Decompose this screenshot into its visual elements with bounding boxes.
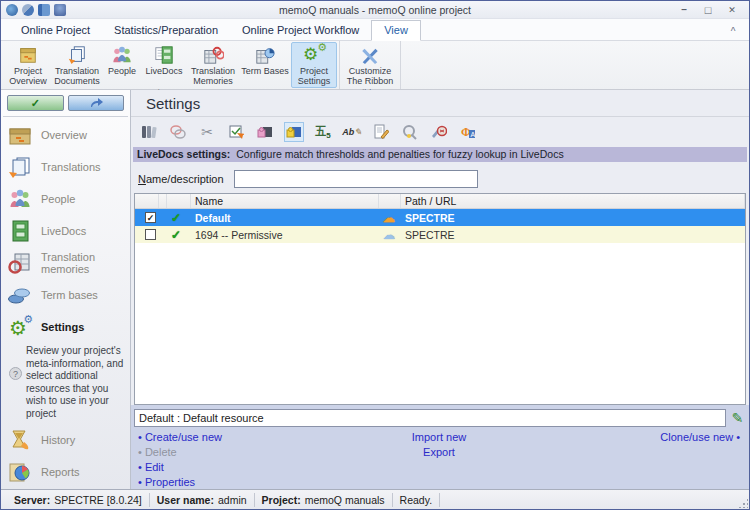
export-link[interactable]: Export (423, 446, 455, 458)
settings-tab-general[interactable] (139, 122, 159, 142)
svg-text:A: A (471, 131, 476, 138)
settings-tab-sign-off[interactable] (429, 122, 449, 142)
right-links: Clone/use new • (499, 431, 740, 488)
collapse-ribbon-button[interactable]: ^ (725, 26, 741, 37)
column-header-path[interactable]: Path / URL (401, 194, 745, 208)
curved-arrow-icon (89, 98, 103, 108)
row-checkbox[interactable] (145, 229, 156, 240)
term-bases-icon (5, 282, 35, 308)
selected-resource-field[interactable]: Default : Default resource (134, 409, 726, 427)
ribbon-term-bases[interactable]: Term Bases (239, 42, 291, 78)
quick-access-toolbar (1, 4, 121, 16)
settings-tab-communication[interactable] (168, 122, 188, 142)
left-links: • Create/use new • Delete • Edit • Prope… (138, 431, 379, 488)
settings-tab-font-substitution[interactable]: ΦA (458, 122, 478, 142)
sidebar-item-livedocs[interactable]: LiveDocs (1, 215, 130, 247)
sidebar-item-label: Settings (41, 321, 84, 333)
settings-tab-lqa[interactable] (400, 122, 420, 142)
checkmark-icon: ✓ (31, 97, 40, 110)
ribbon-item-label: Project Overview (9, 66, 47, 86)
reports-pie-icon (5, 459, 35, 485)
book-icon[interactable] (38, 4, 50, 16)
settings-tab-segmentation[interactable]: ✂ (197, 122, 217, 142)
settings-description-block: ? Review your project's meta-information… (1, 343, 130, 424)
status-ready: Ready. (393, 493, 441, 507)
settings-description: Review your project's meta-information, … (26, 345, 124, 420)
column-header-name[interactable]: Name (191, 194, 379, 208)
maximize-button[interactable] (697, 3, 719, 17)
tab-online-project[interactable]: Online Project (9, 21, 102, 40)
tab-view[interactable]: View (371, 20, 421, 41)
sidebar-item-translation-memories[interactable]: Translation memories (1, 247, 130, 279)
ribbon-translation-documents[interactable]: Translation Documents (51, 42, 103, 88)
ribbon-project-settings[interactable]: ⚙⚙ Project Settings (291, 42, 337, 88)
memoq-logo-icon[interactable] (6, 4, 18, 16)
checkbox-cursor-icon (228, 124, 244, 140)
banner-title: LiveDocs settings: (137, 148, 230, 160)
tab-statistics-preparation[interactable]: Statistics/Preparation (102, 21, 230, 40)
settings-tab-tm[interactable] (255, 122, 275, 142)
settings-tab-qa[interactable] (226, 122, 246, 142)
ribbon-project-overview[interactable]: Project Overview (5, 42, 51, 88)
resource-path: SPECTRE (401, 212, 745, 224)
main-pane: Settings ✂ 五5 Ab✎ ΦA LiveDocs settings: … (131, 90, 749, 489)
pink-puzzle-icon (257, 124, 273, 140)
properties-link[interactable]: • Properties (138, 476, 379, 488)
sidebar-item-translations[interactable]: Translations (1, 151, 130, 183)
number-format-icon: 五5 (315, 124, 330, 140)
row-checkbox[interactable] (145, 212, 156, 223)
sidebar-item-history[interactable]: History (1, 424, 130, 456)
settings-tab-export-path[interactable] (371, 122, 391, 142)
document-edit-icon (373, 124, 389, 140)
sidebar-item-reports[interactable]: Reports (1, 456, 130, 488)
page-title: Settings (131, 90, 749, 117)
ribbon-people[interactable]: People (103, 42, 141, 78)
sidebar-item-overview[interactable]: Overview (1, 119, 130, 151)
sidebar-item-people[interactable]: People (1, 183, 130, 215)
cloud-resource-icon: ☁ (383, 229, 395, 241)
table-header: Name Path / URL (135, 194, 745, 209)
table-row[interactable]: ✓ 1694 -- Permissive ☁ SPECTRE (135, 226, 745, 243)
server-icon[interactable] (54, 4, 66, 16)
ribbon-customize-the-ribbon[interactable]: Customize The Ribbon (342, 42, 398, 88)
ribbon-item-label: Project Settings (298, 66, 331, 86)
settings-tab-ignore-lists[interactable]: Ab✎ (342, 122, 362, 142)
close-button[interactable] (721, 3, 743, 17)
create-use-new-link[interactable]: • Create/use new (138, 431, 379, 443)
minimize-button[interactable] (673, 3, 695, 17)
tab-online-project-workflow[interactable]: Online Project Workflow (230, 21, 371, 40)
sidebar-item-settings[interactable]: ⚙⚙ Settings (1, 311, 130, 343)
settings-tab-livedocs[interactable] (284, 122, 304, 142)
translation-memories-icon (202, 44, 224, 66)
translations-documents-icon (5, 154, 35, 180)
resize-grip[interactable] (738, 498, 748, 508)
translation-memories-icon (5, 250, 35, 276)
speech-bubbles-icon (170, 124, 186, 140)
clone-use-new-link[interactable]: Clone/use new • (660, 431, 740, 443)
binders-icon (141, 124, 157, 140)
sidebar-item-label: Overview (41, 129, 87, 141)
table-row[interactable]: ✓ Default ☁ SPECTRE (135, 209, 745, 226)
edit-resource-icon[interactable]: ✎ (729, 410, 746, 427)
banner-text: Configure match thresholds and penalties… (236, 148, 563, 160)
ribbon-item-label: People (108, 66, 136, 76)
ribbon-livedocs[interactable]: LiveDocs (141, 42, 187, 78)
sidebar-item-label: People (41, 193, 75, 205)
sidebar-item-term-bases[interactable]: Term bases (1, 279, 130, 311)
pen-stamp-icon (431, 124, 447, 140)
name-description-input[interactable] (234, 170, 478, 188)
magnifier-icon (402, 124, 418, 140)
window-title: memoQ manuals - memoQ online project (121, 4, 629, 16)
revert-button[interactable] (68, 95, 125, 111)
import-new-link[interactable]: Import new (412, 431, 466, 443)
edit-link[interactable]: • Edit (138, 461, 379, 473)
settings-tab-auto-translation[interactable]: 五5 (313, 122, 333, 142)
resource-path: SPECTRE (401, 229, 745, 241)
cloud-resource-icon: ☁ (383, 212, 395, 224)
apply-button[interactable]: ✓ (7, 95, 64, 111)
livedocs-icon (153, 44, 175, 66)
ribbon-group-ribbon: Customize The Ribbon Ribbon (340, 41, 401, 89)
gears-icon[interactable] (22, 4, 34, 16)
ribbon-translation-memories[interactable]: Translation Memories (187, 42, 239, 88)
sidebar-item-label: Translations (41, 161, 101, 173)
